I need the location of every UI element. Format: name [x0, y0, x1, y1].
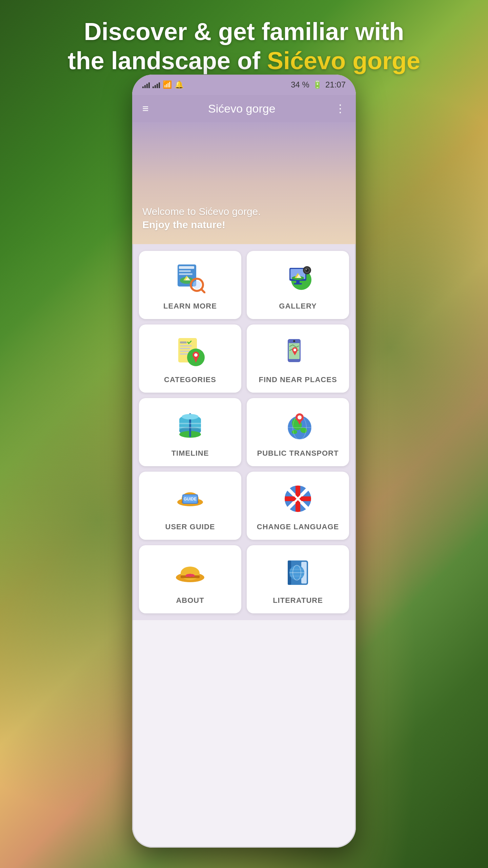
public-transport-label: PUBLIC TRANSPORT [257, 449, 339, 458]
menu-card-timeline[interactable]: TIMELINE [139, 398, 241, 466]
menu-card-categories[interactable]: CATEGORIES [139, 324, 241, 393]
find-near-places-label: FIND NEAR PLACES [259, 375, 337, 384]
change-language-icon [281, 482, 315, 516]
headline-section: Discover & get familiar with the landsca… [0, 10, 488, 82]
svg-line-9 [201, 289, 205, 293]
headline-line2-plain: the landscape of [68, 47, 267, 74]
svg-text:GUIDE: GUIDE [184, 497, 197, 501]
menu-card-gallery[interactable]: GALLERY [247, 251, 349, 319]
phone-frame: 📶 🔔 34 % 🔋 21:07 ≡ Sićevo gorge ⋮ Welcom… [132, 75, 356, 848]
menu-card-learn-more[interactable]: LEARN MORE [139, 251, 241, 319]
change-language-label: CHANGE LANGUAGE [257, 522, 339, 531]
menu-card-literature[interactable]: LITERATURE [247, 545, 349, 613]
svg-point-36 [293, 349, 296, 351]
phone-content: Welcome to Sićevo gorge. Enjoy the natur… [132, 122, 356, 848]
menu-grid: LEARN MORE [132, 244, 356, 620]
app-title: Sićevo gorge [208, 102, 275, 115]
welcome-line2: Enjoy the nature! [142, 219, 346, 231]
svg-point-39 [293, 340, 295, 342]
literature-label: LITERATURE [273, 596, 323, 605]
hero-area: Welcome to Sićevo gorge. Enjoy the natur… [132, 122, 356, 244]
timeline-label: TIMELINE [171, 449, 209, 458]
gallery-label: GALLERY [279, 302, 317, 311]
notification-icon: 🔔 [175, 80, 184, 89]
scrollable-content: Welcome to Sićevo gorge. Enjoy the natur… [132, 122, 356, 848]
menu-card-change-language[interactable]: CHANGE LANGUAGE [247, 472, 349, 540]
headline-highlight: Sićevo gorge [267, 47, 420, 74]
gallery-icon [281, 261, 315, 295]
svg-rect-25 [180, 348, 190, 349]
svg-rect-16 [296, 281, 300, 283]
welcome-line1: Welcome to Sićevo gorge. [142, 206, 346, 217]
menu-card-find-near-places[interactable]: FIND NEAR PLACES [247, 324, 349, 393]
public-transport-icon [281, 408, 315, 442]
more-options-button[interactable]: ⋮ [335, 102, 346, 115]
svg-point-56 [298, 415, 302, 419]
categories-icon [173, 335, 207, 369]
svg-point-77 [188, 574, 192, 577]
app-bar: ≡ Sićevo gorge ⋮ [132, 95, 356, 122]
literature-icon [281, 555, 315, 589]
svg-point-30 [194, 353, 198, 357]
svg-rect-3 [179, 273, 192, 275]
svg-rect-24 [180, 345, 192, 347]
svg-point-51 [292, 430, 297, 434]
learn-more-icon [173, 261, 207, 295]
svg-rect-1 [179, 266, 194, 269]
status-left: 📶 🔔 [142, 80, 184, 89]
headline-line1: Discover & get familiar with [84, 18, 404, 45]
svg-rect-17 [294, 283, 302, 284]
find-near-places-icon [281, 335, 315, 369]
menu-card-public-transport[interactable]: PUBLIC TRANSPORT [247, 398, 349, 466]
signal-icon-2 [152, 81, 160, 88]
svg-rect-45 [179, 423, 201, 424]
about-label: ABOUT [176, 596, 204, 605]
wifi-icon: 📶 [163, 80, 172, 89]
hamburger-menu-button[interactable]: ≡ [142, 102, 149, 115]
svg-rect-2 [179, 270, 191, 272]
menu-card-user-guide[interactable]: GUIDE USER GUIDE [139, 472, 241, 540]
learn-more-label: LEARN MORE [163, 302, 217, 311]
svg-point-20 [305, 269, 309, 272]
status-right: 34 % 🔋 21:07 [291, 80, 346, 90]
status-bar: 📶 🔔 34 % 🔋 21:07 [132, 75, 356, 95]
headline-text: Discover & get familiar with the landsca… [27, 17, 461, 76]
battery-percent: 34 % [291, 80, 309, 90]
signal-icon-1 [142, 81, 150, 88]
svg-rect-23 [180, 341, 187, 343]
svg-point-47 [182, 414, 199, 419]
svg-rect-46 [179, 427, 201, 428]
menu-card-about[interactable]: ABOUT [139, 545, 241, 613]
svg-point-8 [193, 281, 201, 289]
battery-icon: 🔋 [313, 80, 322, 89]
user-guide-label: USER GUIDE [165, 522, 215, 531]
categories-label: CATEGORIES [164, 375, 216, 384]
about-icon [173, 555, 207, 589]
svg-point-21 [306, 269, 307, 270]
timeline-icon [173, 408, 207, 442]
user-guide-icon: GUIDE [173, 482, 207, 516]
clock: 21:07 [325, 80, 346, 90]
